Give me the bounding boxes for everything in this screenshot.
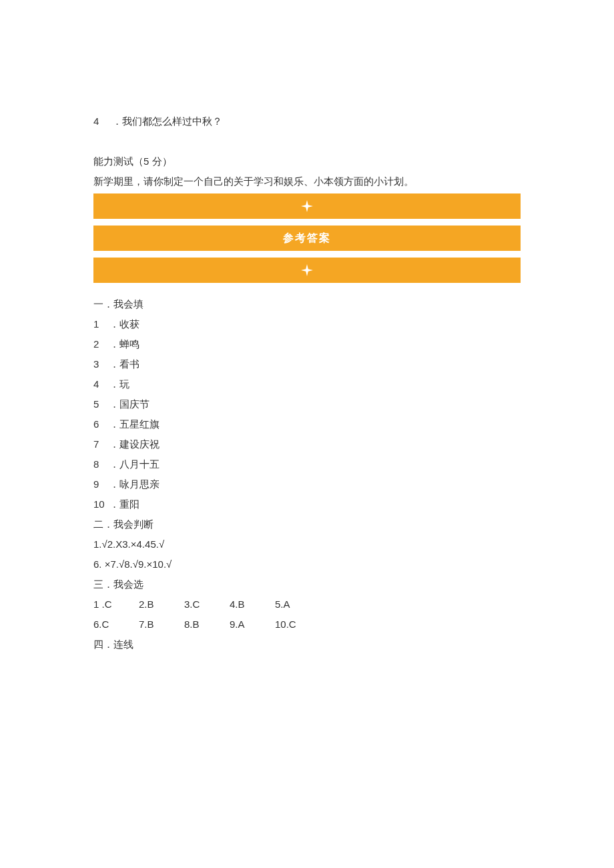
fill-item-num: 3 [93,356,109,372]
select-cell: 4.B [230,596,256,612]
select-row-1: 1 .C2.B3.C4.B5.A [93,596,521,612]
fill-item: 9．咏月思亲 [93,476,521,492]
banner-text: 参考答案 [283,230,331,247]
select-cell: 3.C [184,596,211,612]
q4-text: ．我们都怎么样过中秋？ [112,115,222,127]
fill-item: 5．国庆节 [93,396,521,412]
fill-item-text: ．重阳 [109,498,139,510]
select-cell: 2.B [139,596,166,612]
fill-item: 3．看书 [93,356,521,372]
fill-item-num: 2 [93,336,109,352]
fill-list: 1．收获2．蝉鸣3．看书4．玩5．国庆节6．五星红旗7．建设庆祝8．八月十五9．… [93,316,521,512]
fill-item: 8．八月十五 [93,456,521,472]
select-cell: 6.C [93,616,120,632]
page: 4 ．我们都怎么样过中秋？ 能力测试（5 分） 新学期里，请你制定一个自己的关于… [0,0,614,653]
fill-item-text: ．国庆节 [109,398,149,410]
fill-item-num: 6 [93,416,109,432]
fill-item-num: 7 [93,436,109,452]
fill-item-num: 8 [93,456,109,472]
fill-item-text: ．玩 [109,378,129,390]
judge-line1: 1.√2.X3.×4.45.√ [93,536,521,552]
fill-item: 4．玩 [93,376,521,392]
select-cell: 7.B [139,616,166,632]
fill-item-num: 5 [93,396,109,412]
fill-item-text: ．收获 [109,318,139,330]
star-icon [301,200,313,212]
fill-item-num: 9 [93,476,109,492]
fill-item-text: ．八月十五 [109,458,160,470]
select-cell: 8.B [184,616,211,632]
select-row-2: 6.C7.B8.B9.A10.C [93,616,521,632]
fill-item: 7．建设庆祝 [93,436,521,452]
spacer [93,133,521,153]
fill-item: 6．五星红旗 [93,416,521,432]
fill-item-text: ．看书 [109,358,139,370]
fill-item: 2．蝉鸣 [93,336,521,352]
judge-line2: 6. ×7.√8.√9.×10.√ [93,556,521,572]
fill-item-text: ．咏月思亲 [109,478,160,490]
select-heading: 三．我会选 [93,576,521,592]
fill-item-num: 1 [93,316,109,332]
q4-num: 4 [93,113,109,129]
banner-top-star [93,193,521,219]
fill-item-text: ．五星红旗 [109,418,160,430]
select-cell: 1 .C [93,596,120,612]
select-cell: 9.A [230,616,256,632]
select-cell: 10.C [275,616,302,632]
answers: 一．我会填 1．收获2．蝉鸣3．看书4．玩5．国庆节6．五星红旗7．建设庆祝8．… [93,296,521,653]
fill-item-num: 10 [93,496,109,512]
match-heading: 四．连线 [93,636,521,653]
fill-item: 10．重阳 [93,496,521,512]
fill-item-text: ．蝉鸣 [109,338,139,350]
fill-item-num: 4 [93,376,109,392]
ability-prompt: 新学期里，请你制定一个自己的关于学习和娱乐、小本领方面的小计划。 [93,173,521,189]
fill-heading: 一．我会填 [93,296,521,312]
star-icon [301,264,313,276]
fill-item: 1．收获 [93,316,521,332]
question-4: 4 ．我们都怎么样过中秋？ [93,113,521,129]
fill-item-text: ．建设庆祝 [109,438,160,450]
judge-heading: 二．我会判断 [93,516,521,532]
select-cell: 5.A [275,596,302,612]
banner-bottom-star [93,258,521,283]
ability-title: 能力测试（5 分） [93,153,521,169]
banner-answer-label: 参考答案 [93,226,521,251]
